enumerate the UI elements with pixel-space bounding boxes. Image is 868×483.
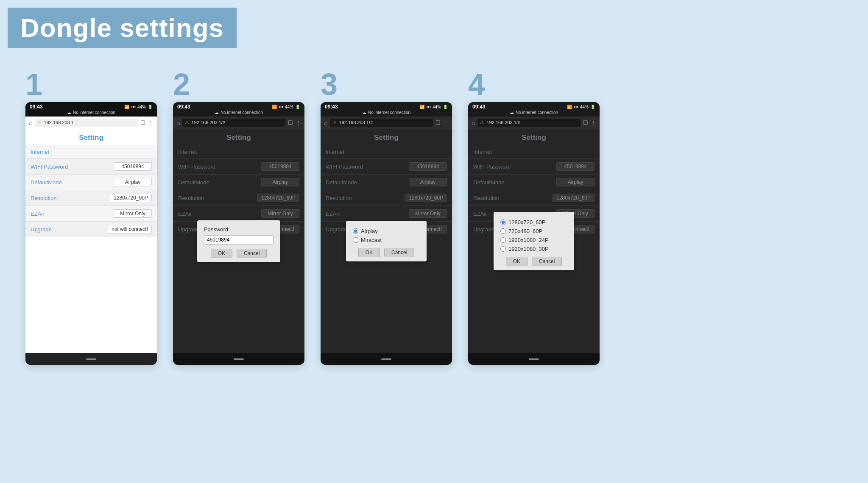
- home-icon[interactable]: ⌂: [324, 119, 327, 126]
- menu-icon[interactable]: ⋮: [296, 119, 301, 126]
- radio-option[interactable]: 1280x720_60P: [500, 218, 567, 227]
- status-time: 09:43: [472, 104, 486, 110]
- setting-row[interactable]: Upgradenot wifi connect!: [25, 222, 157, 237]
- dialog-cancel-button[interactable]: Cancel: [384, 248, 414, 257]
- signal-icon: •••: [131, 105, 136, 109]
- cloud-icon: ☁: [510, 110, 514, 115]
- status-bar: 09:43 📶 ••• 44% 🔋 ☁ No internet connecti…: [321, 102, 452, 117]
- radio-input[interactable]: [353, 228, 358, 234]
- screenshots-row: 1 09:43 📶 ••• 44% 🔋 ☁ No internet connec…: [0, 52, 868, 382]
- menu-icon[interactable]: ⋮: [591, 119, 596, 126]
- url-text[interactable]: ⚠ 192.168.203.1/#: [477, 119, 581, 127]
- dialog-box: Airplay Miracast OK Cancel: [346, 221, 427, 261]
- warn-triangle: ⚠: [480, 120, 484, 125]
- radio-input[interactable]: [500, 219, 506, 225]
- row-label: Upgrade: [31, 226, 52, 233]
- row-label: Resolution: [31, 195, 56, 201]
- radio-input[interactable]: [500, 228, 506, 234]
- battery-icon: 🔋: [148, 105, 153, 109]
- url-bar: ⌂ ⚠ 192.168.203.1/# ☐ ⋮: [468, 117, 600, 129]
- home-icon[interactable]: ⌂: [29, 119, 32, 126]
- radio-option[interactable]: 1920x1080_30P: [500, 244, 567, 253]
- phone-3: 09:43 📶 ••• 44% 🔋 ☁ No internet connecti…: [321, 102, 452, 365]
- home-icon[interactable]: ⌂: [176, 119, 180, 126]
- tab-icon[interactable]: ☐: [583, 119, 588, 126]
- radio-input[interactable]: [353, 237, 358, 243]
- dialog-title: Password:: [204, 226, 274, 233]
- menu-icon[interactable]: ⋮: [443, 119, 449, 126]
- dialog-cancel-button[interactable]: Cancel: [532, 257, 562, 266]
- status-bar: 09:43 📶 ••• 44% 🔋 ☁ No internet connecti…: [25, 102, 157, 117]
- radio-label: 720x480_60P: [508, 228, 542, 234]
- warn-triangle: ⚠: [185, 120, 189, 125]
- warn-triangle: ⚠: [332, 120, 337, 125]
- wifi-icon: 📶: [272, 105, 277, 109]
- screen-wrapper-4: 4 09:43 📶 ••• 44% 🔋 ☁ No internet connec…: [468, 69, 600, 365]
- cloud-icon: ☁: [215, 110, 219, 115]
- page-title: Dongle settings: [20, 13, 224, 43]
- url-text[interactable]: ⚠ 192.168.203.1/#: [330, 119, 433, 127]
- row-label: DefaultMode: [31, 179, 62, 186]
- row-label: Internet: [31, 149, 49, 155]
- radio-label: Miracast: [361, 237, 382, 243]
- setting-title: Setting: [25, 129, 157, 145]
- setting-row[interactable]: EZAirMirror Only: [25, 206, 157, 222]
- phone-nav: [321, 353, 452, 365]
- no-internet-label: ☁ No internet connection: [325, 110, 448, 115]
- url-bar: ⌂ ⚠ 192.168.203.1/# ☐ ⋮: [321, 117, 452, 129]
- status-icons: 📶 ••• 44% 🔋: [567, 105, 595, 109]
- dialog-input[interactable]: [204, 235, 274, 244]
- nav-dot: [234, 358, 244, 360]
- menu-icon[interactable]: ⋮: [148, 119, 154, 126]
- wifi-icon: 📶: [124, 105, 129, 109]
- battery-icon: 🔋: [295, 105, 300, 109]
- wifi-icon: 📶: [567, 105, 572, 109]
- dialog-ok-button[interactable]: OK: [358, 248, 380, 257]
- radio-option[interactable]: Miracast: [353, 236, 420, 244]
- status-time: 09:43: [177, 104, 190, 110]
- nav-dot: [86, 358, 96, 360]
- setting-row[interactable]: WIFI Password45019894: [25, 159, 157, 175]
- battery-label: 44%: [433, 105, 441, 109]
- setting-row[interactable]: Resolution1280x720_60P: [25, 190, 157, 206]
- no-internet-label: ☁ No internet connection: [30, 110, 153, 115]
- cloud-icon: ☁: [67, 110, 71, 115]
- row-value[interactable]: Airplay: [114, 178, 152, 186]
- nav-dot: [529, 358, 539, 360]
- row-value[interactable]: not wifi connect!: [108, 225, 152, 233]
- home-icon[interactable]: ⌂: [472, 119, 475, 126]
- dialog-ok-button[interactable]: OK: [211, 249, 232, 258]
- dialog-ok-button[interactable]: OK: [506, 257, 527, 266]
- dialog-box: Password: OK Cancel: [197, 220, 280, 262]
- radio-label: 1280x720_60P: [508, 219, 545, 225]
- signal-icon: •••: [574, 105, 578, 109]
- radio-input[interactable]: [500, 246, 506, 252]
- dialog-box: 1280x720_60P 720x480_60P 1920x1080_24P 1…: [494, 212, 574, 270]
- radio-option[interactable]: Airplay: [353, 227, 420, 236]
- setting-row[interactable]: Internet: [25, 145, 157, 159]
- row-value[interactable]: Mirror Only: [114, 209, 152, 218]
- battery-label: 44%: [137, 105, 146, 109]
- url-text[interactable]: ⚠ 192.168.203.1: [35, 119, 138, 127]
- setting-page: SettingInternetWIFI Password45019894Defa…: [173, 129, 304, 353]
- radio-label: 1920x1080_30P: [508, 246, 549, 252]
- tab-icon[interactable]: ☐: [435, 119, 441, 126]
- screen-wrapper-2: 2 09:43 📶 ••• 44% 🔋 ☁ No internet connec…: [173, 69, 304, 365]
- screen-wrapper-3: 3 09:43 📶 ••• 44% 🔋 ☁ No internet connec…: [321, 69, 452, 365]
- radio-option[interactable]: 1920x1080_24P: [500, 236, 567, 244]
- row-value[interactable]: 45019894: [114, 162, 152, 171]
- step-number-3: 3: [321, 69, 338, 100]
- radio-input[interactable]: [500, 237, 506, 243]
- tab-icon[interactable]: ☐: [140, 119, 145, 126]
- row-value[interactable]: 1280x720_60P: [110, 194, 152, 202]
- status-icons: 📶 ••• 44% 🔋: [272, 105, 300, 109]
- url-bar: ⌂ ⚠ 192.168.203.1/# ☐ ⋮: [173, 117, 304, 129]
- url-text[interactable]: ⚠ 192.168.203.1/#: [182, 119, 285, 127]
- dialog-cancel-button[interactable]: Cancel: [237, 249, 267, 258]
- row-label: WIFI Password: [31, 164, 68, 170]
- tab-icon[interactable]: ☐: [288, 119, 293, 126]
- radio-option[interactable]: 720x480_60P: [500, 227, 567, 236]
- setting-row[interactable]: DefaultModeAirplay: [25, 175, 157, 190]
- phone-2: 09:43 📶 ••• 44% 🔋 ☁ No internet connecti…: [173, 102, 304, 365]
- battery-icon: 🔋: [443, 105, 448, 109]
